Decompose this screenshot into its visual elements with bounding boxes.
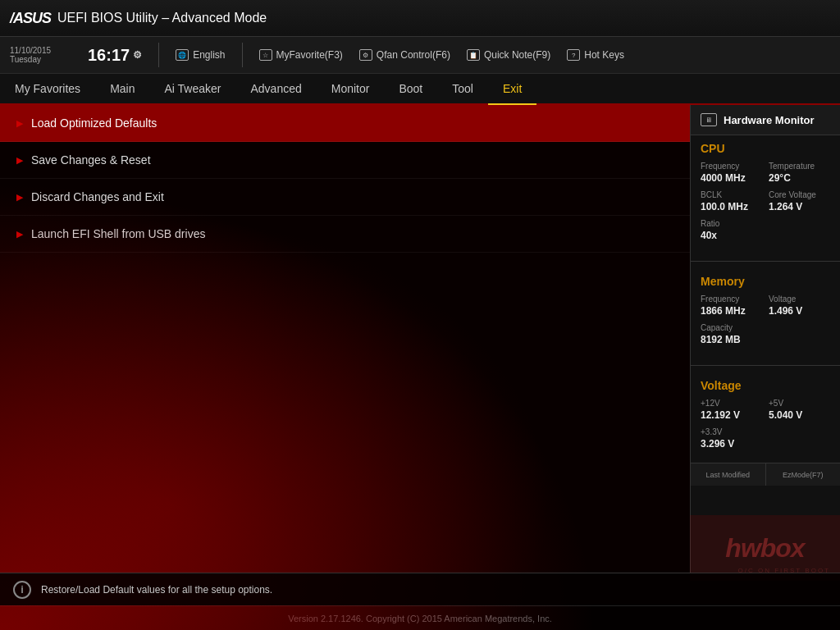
status-bar: i Restore/Load Default values for all th…	[0, 573, 840, 605]
cpu-ratio-row: Ratio 40x	[701, 219, 830, 241]
voltage-section: Voltage +12V 12.192 V +5V 5.040 V +3.3V …	[691, 372, 840, 463]
cpu-memory-divider	[691, 261, 840, 262]
cpu-ratio-label: Ratio	[701, 219, 830, 228]
separator-1	[158, 43, 159, 67]
cpu-ratio-value: 40x	[701, 230, 830, 241]
memory-frequency-cell: Frequency 1866 MHz	[701, 294, 762, 317]
footer-bar: Version 2.17.1246. Copyright (C) 2015 Am…	[0, 605, 840, 630]
hardware-monitor-panel: 🖥 Hardware Monitor CPU Frequency 4000 MH…	[690, 105, 840, 573]
nav-advanced[interactable]: Advanced	[235, 74, 316, 103]
cpu-temperature-cell: Temperature 29°C	[769, 162, 830, 184]
nav-exit[interactable]: Exit	[488, 74, 536, 105]
header-bar: /ASUS UEFI BIOS Utility – Advanced Mode	[0, 0, 840, 37]
arrow-icon-2: ▶	[16, 192, 23, 203]
nav-main[interactable]: Main	[95, 74, 149, 103]
voltage-section-title: Voltage	[701, 379, 830, 392]
menu-item-discard-exit[interactable]: ▶ Discard Changes and Exit	[0, 179, 690, 216]
nav-ai-tweaker[interactable]: Ai Tweaker	[149, 74, 235, 103]
v5-label: +5V	[769, 399, 830, 408]
cpu-bclk-value: 100.0 MHz	[701, 201, 762, 212]
time-value: 16:17	[88, 47, 130, 63]
cpu-section-title: CPU	[701, 142, 830, 155]
day-display: Tuesday	[10, 55, 71, 64]
language-icon: 🌐	[176, 49, 189, 61]
hotkeys-icon: ?	[567, 49, 580, 61]
language-selector[interactable]: 🌐 English	[176, 49, 225, 61]
hwbox-watermark: hwbox o/c on first boot	[690, 515, 840, 573]
cpu-bclk-label: BCLK	[701, 190, 762, 199]
v5-value: 5.040 V	[769, 409, 830, 421]
nav-monitor[interactable]: Monitor	[317, 74, 385, 103]
memory-voltage-cell: Voltage 1.496 V	[769, 294, 830, 317]
memory-section-title: Memory	[701, 275, 830, 288]
cpu-temperature-label: Temperature	[769, 162, 830, 171]
date-display: 11/10/2015	[10, 46, 71, 55]
memory-voltage-value: 1.496 V	[769, 305, 830, 317]
nav-boot[interactable]: Boot	[384, 74, 437, 103]
arrow-icon-3: ▶	[16, 229, 23, 240]
cpu-core-voltage-cell: Core Voltage 1.264 V	[769, 190, 830, 212]
ezmode-button[interactable]: EzMode(F7)	[766, 463, 841, 486]
menu-item-load-defaults[interactable]: ▶ Load Optimized Defaults	[0, 105, 690, 142]
language-label: English	[193, 49, 225, 61]
v33-value: 3.296 V	[701, 438, 830, 450]
quicknote-button[interactable]: 📋 Quick Note(F9)	[467, 49, 550, 61]
arrow-icon-1: ▶	[16, 155, 23, 166]
qfan-label: Qfan Control(F6)	[377, 49, 450, 61]
memory-capacity-value: 8192 MB	[701, 334, 830, 345]
watermark-logo: hwbox	[725, 533, 804, 564]
myfavorite-icon: ☆	[259, 49, 272, 61]
nav-tool[interactable]: Tool	[437, 74, 488, 103]
qfan-button[interactable]: ⚙ Qfan Control(F6)	[359, 49, 450, 61]
v12-label: +12V	[701, 399, 762, 408]
cpu-bclk-cell: BCLK 100.0 MHz	[701, 190, 762, 212]
menu-item-label-0: Load Optimized Defaults	[31, 116, 157, 130]
memory-capacity-row: Capacity 8192 MB	[701, 323, 830, 345]
quicknote-label: Quick Note(F9)	[484, 49, 550, 61]
v12-value: 12.192 V	[701, 409, 762, 421]
last-modified-label: Last Modified	[705, 471, 750, 479]
last-modified-button[interactable]: Last Modified	[691, 463, 766, 486]
cpu-temperature-value: 29°C	[769, 172, 830, 184]
arrow-icon-0: ▶	[16, 118, 23, 129]
memory-voltage-divider	[691, 365, 840, 366]
hotkeys-button[interactable]: ? Hot Keys	[567, 49, 624, 61]
memory-frequency-label: Frequency	[701, 294, 762, 304]
myfavorite-button[interactable]: ☆ MyFavorite(F3)	[259, 49, 343, 61]
myfavorite-label: MyFavorite(F3)	[276, 49, 343, 61]
v12-cell: +12V 12.192 V	[701, 399, 762, 421]
memory-frequency-value: 1866 MHz	[701, 305, 762, 317]
nav-my-favorites[interactable]: My Favorites	[0, 74, 95, 103]
v33-label: +3.3V	[701, 427, 830, 436]
cpu-freq-temp-row: Frequency 4000 MHz Temperature 29°C	[701, 162, 830, 184]
asus-logo: /ASUS	[10, 10, 51, 27]
hw-monitor-header: 🖥 Hardware Monitor	[691, 105, 840, 135]
memory-section: Memory Frequency 1866 MHz Voltage 1.496 …	[691, 268, 840, 358]
cpu-core-voltage-label: Core Voltage	[769, 190, 830, 199]
menu-item-save-reset[interactable]: ▶ Save Changes & Reset	[0, 142, 690, 179]
cpu-frequency-value: 4000 MHz	[701, 172, 762, 184]
hw-footer-bar: Last Modified EzMode(F7)	[691, 463, 840, 486]
monitor-icon: 🖥	[701, 113, 717, 126]
v5-cell: +5V 5.040 V	[769, 399, 830, 421]
menu-panel: ▶ Load Optimized Defaults ▶ Save Changes…	[0, 105, 690, 573]
hotkeys-label: Hot Keys	[584, 49, 624, 61]
version-text: Version 2.17.1246. Copyright (C) 2015 Am…	[288, 614, 552, 623]
quicknote-icon: 📋	[467, 49, 480, 61]
menu-item-label-3: Launch EFI Shell from USB drives	[31, 227, 205, 240]
settings-icon[interactable]: ⚙	[133, 50, 142, 60]
v33-row: +3.3V 3.296 V	[701, 427, 830, 450]
watermark-subtext: o/c on first boot	[737, 567, 830, 573]
logo-group: /ASUS UEFI BIOS Utility – Advanced Mode	[10, 10, 267, 27]
menu-item-launch-efi[interactable]: ▶ Launch EFI Shell from USB drives	[0, 216, 690, 253]
status-text: Restore/Load Default values for all the …	[41, 584, 272, 596]
memory-capacity-label: Capacity	[701, 323, 830, 332]
qfan-icon: ⚙	[359, 49, 372, 61]
cpu-core-voltage-value: 1.264 V	[769, 201, 830, 212]
cpu-frequency-cell: Frequency 4000 MHz	[701, 162, 762, 184]
content-area: ▶ Load Optimized Defaults ▶ Save Changes…	[0, 105, 840, 573]
navigation-bar: My Favorites Main Ai Tweaker Advanced Mo…	[0, 74, 840, 105]
info-icon: i	[13, 581, 31, 599]
toolbar: 11/10/2015 Tuesday 16:17 ⚙ 🌐 English ☆ M…	[0, 37, 840, 74]
separator-2	[242, 43, 243, 67]
